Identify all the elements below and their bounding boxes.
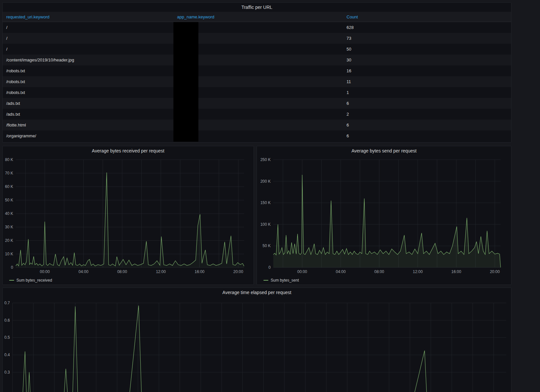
legend-line-icon — [9, 280, 14, 281]
panel-title-bytes-received[interactable]: Average bytes received per request — [3, 146, 254, 155]
panel-title-traffic-per-url[interactable]: Traffic per URL — [3, 3, 511, 12]
y-axis-label: 30 K — [5, 225, 13, 229]
panel-title-bytes-sent[interactable]: Average bytes send per request — [257, 146, 511, 155]
y-axis-label: 50 K — [262, 243, 271, 248]
y-axis-label: 0 — [268, 265, 271, 270]
cell-requested-uri: / — [3, 33, 173, 44]
y-axis-label: 0.3 — [4, 370, 10, 375]
panel-time-elapsed: Average time elapsed per request 0.30.40… — [2, 288, 511, 392]
y-axis-label: 0.4 — [4, 353, 10, 357]
cell-app-name — [173, 98, 343, 109]
table-row: /content/images/2019/10/header.jpg30 — [3, 55, 511, 65]
y-axis-label: 150 K — [260, 200, 271, 205]
y-axis-label: 200 K — [260, 179, 271, 184]
cell-requested-uri: / — [3, 22, 173, 33]
cell-count: 628 — [343, 22, 511, 33]
panel-title-time-elapsed[interactable]: Average time elapsed per request — [3, 288, 511, 297]
cell-count: 2 — [343, 109, 511, 120]
y-axis-label: 0 — [11, 265, 13, 270]
x-axis-label: 04:00 — [79, 269, 88, 274]
x-axis-label: 12:00 — [413, 269, 423, 274]
x-axis-label: 08:00 — [117, 269, 127, 274]
cell-requested-uri: /ads.txt — [3, 98, 173, 109]
table-body: /628/73/50/content/images/2019/10/header… — [3, 22, 511, 142]
table-row: /robots.txt16 — [3, 65, 511, 76]
time-elapsed-chart[interactable]: 0.30.40.50.60.700:0004:0008:0012:0016:00… — [3, 288, 511, 392]
table-header: requested_uri.keyword app_name.keyword C… — [3, 12, 511, 22]
table-row: /robots.txt1 — [3, 87, 511, 98]
table-row: /ads.txt2 — [3, 109, 511, 120]
legend-bytes-sent[interactable]: Sum bytes_sent — [263, 278, 299, 283]
x-axis-label: 04:00 — [336, 269, 346, 274]
cell-requested-uri: /organigramme/ — [3, 130, 173, 141]
y-axis-label: 0.6 — [4, 318, 10, 323]
legend-bytes-received[interactable]: Sum bytes_received — [9, 278, 52, 283]
legend-line-icon — [263, 280, 268, 281]
table-row: /50 — [3, 44, 511, 55]
x-axis-label: 20:00 — [490, 269, 500, 274]
table-row: /flotte.html6 — [3, 120, 511, 130]
cell-app-name — [173, 87, 343, 98]
y-axis-label: 0.7 — [4, 301, 10, 305]
cell-app-name — [173, 65, 343, 76]
x-axis-label: 20:00 — [233, 269, 243, 274]
cell-count: 50 — [343, 44, 511, 55]
x-axis-label: 08:00 — [374, 269, 384, 274]
x-axis-label: 00:00 — [40, 269, 50, 274]
cell-requested-uri: /content/images/2019/10/header.jpg — [3, 55, 173, 65]
y-axis-label: 60 K — [5, 184, 13, 189]
cell-app-name — [173, 33, 343, 44]
table-row: /628 — [3, 22, 511, 33]
panel-bytes-sent: Average bytes send per request 050 K100 … — [257, 146, 511, 285]
panel-bytes-received: Average bytes received per request 010 K… — [2, 146, 254, 285]
cell-requested-uri: /robots.txt — [3, 87, 173, 98]
cell-count: 1 — [343, 87, 511, 98]
y-axis-label: 250 K — [260, 157, 271, 162]
cell-app-name — [173, 76, 343, 87]
bytes-sent-chart[interactable]: 050 K100 K150 K200 K250 K00:0004:0008:00… — [257, 146, 511, 285]
table-row: /ads.txt6 — [3, 98, 511, 109]
x-axis-label: 12:00 — [156, 269, 166, 274]
y-axis-label: 50 K — [5, 198, 13, 202]
cell-count: 73 — [343, 33, 511, 44]
panel-traffic-per-url: Traffic per URL requested_uri.keyword ap… — [2, 2, 511, 143]
column-header-app-name[interactable]: app_name.keyword — [173, 12, 343, 22]
cell-requested-uri: /flotte.html — [3, 120, 173, 130]
column-header-count[interactable]: Count — [343, 12, 511, 22]
cell-count: 11 — [343, 76, 511, 87]
cell-count: 6 — [343, 130, 511, 141]
series-line — [12, 306, 506, 392]
cell-requested-uri: /ads.txt — [3, 109, 173, 120]
cell-requested-uri: /robots.txt — [3, 65, 173, 76]
x-axis-label: 00:00 — [297, 269, 307, 274]
redaction-overlay — [173, 22, 198, 142]
column-header-requested-uri[interactable]: requested_uri.keyword — [3, 12, 173, 22]
cell-app-name — [173, 120, 343, 130]
y-axis-label: 0.5 — [4, 335, 10, 340]
table-row: /robots.txt11 — [3, 76, 511, 87]
cell-count: 16 — [343, 65, 511, 76]
y-axis-label: 40 K — [5, 211, 13, 216]
legend-label[interactable]: Sum bytes_received — [16, 278, 52, 283]
x-axis-label: 16:00 — [451, 269, 461, 274]
y-axis-label: 80 K — [5, 157, 13, 162]
cell-requested-uri: /robots.txt — [3, 76, 173, 87]
bytes-received-chart[interactable]: 010 K20 K30 K40 K50 K60 K70 K80 K00:0004… — [3, 146, 254, 285]
cell-app-name — [173, 109, 343, 120]
y-axis-label: 70 K — [5, 171, 13, 175]
y-axis-label: 20 K — [5, 238, 13, 243]
cell-app-name — [173, 55, 343, 65]
cell-requested-uri: / — [3, 44, 173, 55]
cell-app-name — [173, 22, 343, 33]
x-axis-label: 16:00 — [194, 269, 204, 274]
cell-app-name — [173, 44, 343, 55]
cell-count: 6 — [343, 98, 511, 109]
table-row: /73 — [3, 33, 511, 44]
cell-count: 6 — [343, 120, 511, 130]
table-row: /organigramme/6 — [3, 130, 511, 141]
y-axis-label: 10 K — [5, 252, 13, 256]
legend-label[interactable]: Sum bytes_sent — [271, 278, 299, 283]
cell-count: 30 — [343, 55, 511, 65]
cell-app-name — [173, 130, 343, 141]
y-axis-label: 100 K — [260, 222, 271, 227]
